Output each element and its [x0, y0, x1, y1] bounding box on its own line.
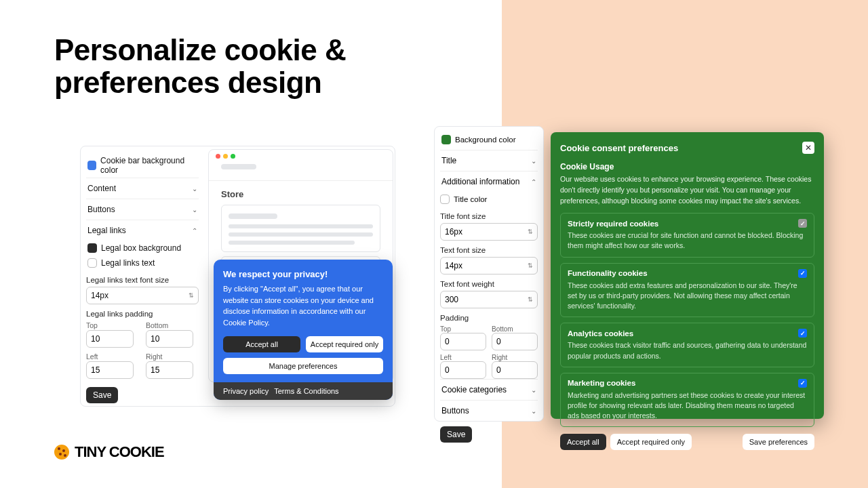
popup-title: We respect your privacy! [223, 269, 383, 279]
label: Legal box background [101, 243, 181, 253]
text-font-weight-select[interactable]: 300⇅ [440, 291, 538, 308]
cookie-category: Analytics cookies ✓ These cookies track … [560, 323, 814, 367]
padding-label: Legal links padding [86, 310, 199, 318]
accordion-buttons[interactable]: Buttons⌄ [86, 199, 199, 220]
select-indicator-icon: ⇅ [189, 292, 194, 299]
accept-all-button[interactable]: Accept all [560, 434, 606, 450]
category-title: Analytics cookies [568, 329, 633, 338]
accordion-additional[interactable]: Additional information⌃ [440, 171, 538, 192]
category-title: Marketing cookies [568, 379, 635, 387]
cookie-icon [54, 445, 69, 460]
cookie-category: Marketing cookies ✓ Marketing and advert… [560, 373, 814, 428]
close-button[interactable]: ✕ [802, 142, 814, 154]
padding-right-input[interactable] [492, 361, 538, 379]
category-desc: These cookies track visitor traffic and … [568, 340, 807, 361]
save-button[interactable]: Save [440, 426, 472, 443]
font-size-select[interactable]: 14px⇅ [86, 287, 199, 304]
chevron-down-icon: ⌄ [192, 185, 197, 192]
brand-logo: Tiny Cookie [54, 443, 164, 461]
label: Text font size [440, 246, 538, 254]
chevron-up-icon: ⌃ [192, 227, 197, 235]
text-font-size-select[interactable]: 14px⇅ [440, 257, 538, 274]
chevron-down-icon: ⌄ [531, 407, 536, 415]
legal-links-text-color[interactable]: Legal links text [86, 256, 199, 270]
brand-name: Tiny Cookie [75, 443, 164, 461]
cookie-bar-bg-color[interactable]: Cookie bar background color [86, 153, 199, 178]
accordion-legal-links[interactable]: Legal links⌃ [86, 220, 199, 241]
color-swatch [87, 161, 96, 170]
title-font-size-select[interactable]: 16px⇅ [440, 223, 538, 241]
close-icon: ✕ [805, 143, 812, 152]
chevron-down-icon: ⌄ [531, 157, 536, 165]
save-button[interactable]: Save [86, 387, 118, 403]
category-toggle[interactable]: ✓ [798, 329, 807, 338]
accordion-title[interactable]: Title⌄ [440, 150, 538, 171]
category-title: Functionality cookies [568, 269, 648, 277]
label: Background color [455, 136, 516, 144]
category-toggle[interactable]: ✓ [798, 269, 807, 278]
preferences-bg-color[interactable]: Background color [440, 132, 538, 147]
label: Title color [454, 195, 487, 203]
accordion-cookie-categories[interactable]: Cookie categories⌄ [440, 379, 538, 400]
cookie-category: Functionality cookies ✓ These cookies ad… [560, 263, 814, 318]
accordion-content[interactable]: Content⌄ [86, 178, 199, 199]
preferences-settings-panel: Background color Title⌄ Additional infor… [434, 126, 544, 422]
label: Legal links text [101, 258, 155, 268]
padding-right-input[interactable] [146, 361, 193, 379]
category-toggle[interactable]: ✓ [798, 379, 807, 388]
padding-bottom-input[interactable] [492, 333, 538, 350]
padding-top-input[interactable] [86, 330, 134, 348]
popup-body: By clicking "Accept all", you agree that… [223, 283, 383, 328]
cookie-category: Strictly required cookies ✓ These cookie… [560, 213, 814, 257]
font-size-label: Legal links text font size [86, 276, 199, 284]
title-color[interactable]: Title color [440, 192, 538, 207]
category-desc: These cookies add extra features and per… [568, 281, 807, 312]
color-swatch [441, 135, 451, 144]
store-title: Store [209, 181, 393, 201]
cookie-consent-preferences-modal: Cookie consent preferences ✕ Cookie Usag… [551, 132, 824, 419]
usage-text: Our website uses cookies to enhance your… [560, 174, 814, 206]
accept-required-button[interactable]: Accept required only [610, 434, 692, 450]
chevron-down-icon: ⌄ [531, 386, 536, 394]
label: Title font size [440, 212, 538, 220]
usage-title: Cookie Usage [560, 162, 814, 171]
terms-link[interactable]: Terms & Conditions [274, 387, 338, 395]
page-heading: Personalize cookie & preferences design [54, 34, 407, 100]
category-desc: Marketing and advertising partners set t… [568, 390, 807, 422]
color-swatch [87, 258, 97, 268]
padding-top-input[interactable] [440, 333, 486, 350]
color-swatch [440, 195, 450, 204]
label: Padding [440, 314, 538, 322]
cookie-consent-popup: We respect your privacy! By clicking "Ac… [214, 260, 393, 400]
category-desc: These cookies are crucial for site funct… [568, 230, 807, 251]
save-preferences-button[interactable]: Save preferences [743, 434, 814, 450]
accept-all-button[interactable]: Accept all [223, 336, 300, 352]
color-swatch [87, 243, 97, 253]
chevron-up-icon: ⌃ [531, 178, 536, 186]
modal-title: Cookie consent preferences [560, 143, 678, 153]
label: Text font weight [440, 280, 538, 288]
padding-left-input[interactable] [440, 361, 486, 379]
accept-required-button[interactable]: Accept required only [306, 336, 383, 352]
padding-left-input[interactable] [86, 361, 134, 379]
chevron-down-icon: ⌄ [192, 206, 197, 214]
padding-bottom-input[interactable] [146, 330, 193, 348]
accordion-buttons[interactable]: Buttons⌄ [440, 400, 538, 421]
category-toggle: ✓ [798, 219, 807, 228]
label: Cookie bar background color [100, 156, 197, 175]
category-title: Strictly required cookies [568, 220, 658, 228]
manage-preferences-button[interactable]: Manage preferences [223, 358, 383, 374]
legal-box-bg-color[interactable]: Legal box background [86, 241, 199, 256]
privacy-policy-link[interactable]: Privacy policy [223, 387, 269, 395]
